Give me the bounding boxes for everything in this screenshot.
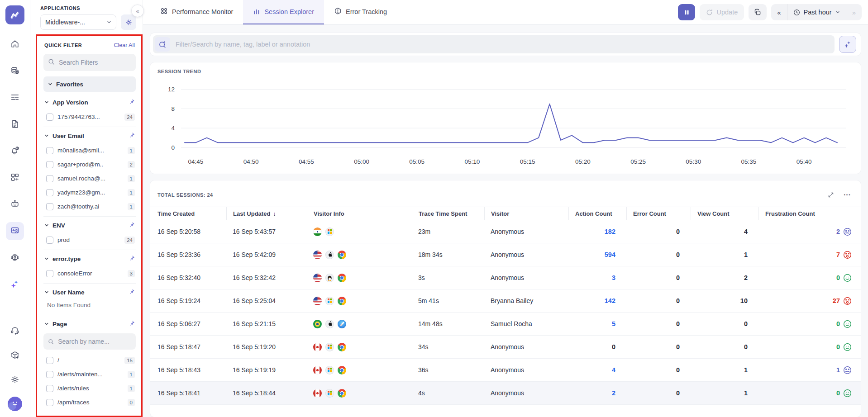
pin-icon[interactable]	[129, 132, 135, 139]
table-row[interactable]: 16 Sep 5:23:3616 Sep 5:42:0918m 34sAnony…	[150, 243, 861, 266]
filter-item[interactable]: /alerts/mainten...1	[43, 367, 136, 381]
checkbox[interactable]	[46, 385, 53, 392]
pin-icon[interactable]	[129, 99, 135, 106]
table-row[interactable]: 16 Sep 5:18:4116 Sep 5:18:444sAnonymous2…	[150, 382, 861, 405]
expand-table-button[interactable]	[825, 189, 837, 201]
rail-item-processor[interactable]	[6, 249, 24, 267]
pin-icon[interactable]	[129, 320, 135, 327]
cell-action-count[interactable]: 4	[568, 366, 626, 374]
pin-icon[interactable]	[129, 255, 135, 262]
application-settings-button[interactable]	[121, 14, 136, 30]
pin-icon[interactable]	[129, 289, 135, 296]
ai-sparkles-button[interactable]	[839, 36, 856, 53]
filter-group-header-env[interactable]: ENV	[43, 218, 136, 233]
tab-session-explorer[interactable]: Session Explorer	[243, 0, 324, 24]
filter-item-count: 1	[128, 385, 135, 392]
table-row[interactable]: 16 Sep 5:18:4316 Sep 5:19:1936sAnonymous…	[150, 359, 861, 382]
filter-item[interactable]: consoleError3	[43, 266, 136, 280]
rail-item-alerts[interactable]	[6, 142, 24, 160]
rail-item-logs[interactable]	[6, 89, 24, 107]
no-items-text: No Items Found	[43, 300, 136, 312]
sort-desc-icon[interactable]: ↓	[273, 210, 276, 217]
sidebar-collapse-button[interactable]: «	[131, 5, 144, 17]
search-filters-input[interactable]	[59, 59, 131, 66]
column-header-frustration-count[interactable]: Frustration Count	[758, 207, 861, 220]
checkbox[interactable]	[46, 161, 53, 168]
column-header-trace-time-spent[interactable]: Trace Time Spent	[412, 207, 484, 220]
rail-item-user-avatar[interactable]	[6, 395, 24, 413]
rail-item-bot[interactable]	[6, 195, 24, 213]
table-row[interactable]: 16 Sep 5:18:4716 Sep 5:19:2034sAnonymous…	[150, 336, 861, 359]
table-row[interactable]: 16 Sep 5:20:5816 Sep 5:43:5723mAnonymous…	[150, 220, 861, 243]
tab-performance-monitor[interactable]: Performance Monitor	[150, 0, 243, 24]
pause-button[interactable]	[678, 4, 695, 20]
middleware-logo[interactable]	[5, 5, 24, 24]
checkbox[interactable]	[46, 114, 53, 121]
rail-item-rum[interactable]	[6, 222, 24, 240]
table-row[interactable]: 16 Sep 5:19:2416 Sep 5:25:045m 41sBryann…	[150, 289, 861, 313]
filter-item[interactable]: 17579442763...24	[43, 110, 136, 124]
application-select[interactable]: Middleware-...	[40, 14, 116, 30]
clear-all-link[interactable]: Clear All	[114, 42, 135, 48]
checkbox[interactable]	[46, 175, 53, 182]
session-trend-chart[interactable]: 0481204:4504:5004:5505:0005:0505:1005:15…	[157, 77, 854, 171]
cell-action-count[interactable]: 182	[568, 228, 626, 235]
cell-action-count[interactable]: 142	[568, 297, 626, 304]
cell-action-count[interactable]: 594	[568, 251, 626, 258]
cell-action-count[interactable]: 0	[568, 343, 626, 351]
favorites-section[interactable]: Favorites	[43, 76, 136, 92]
filter-group-header-page[interactable]: Page	[43, 316, 136, 332]
filter-item[interactable]: /alerts/rules1	[43, 381, 136, 395]
filter-item[interactable]: prod24	[43, 233, 136, 247]
tab-error-tracking[interactable]: Error Tracking	[324, 0, 397, 24]
table-row[interactable]: 16 Sep 5:06:2716 Sep 5:21:1514m 48sSamue…	[150, 313, 861, 336]
rail-item-integrations[interactable]	[6, 346, 24, 365]
rail-item-reports[interactable]	[6, 115, 24, 133]
update-button[interactable]: Update	[700, 4, 744, 20]
search-by-name-input[interactable]	[58, 338, 131, 345]
checkbox[interactable]	[46, 371, 53, 378]
rail-item-ai-sparkle[interactable]	[6, 275, 24, 294]
cell-action-count[interactable]: 5	[568, 320, 626, 327]
rail-item-dashboard-builder[interactable]	[6, 169, 24, 187]
column-header-time-created[interactable]: Time Created	[150, 207, 226, 220]
filter-item[interactable]: samuel.rocha@...1	[43, 171, 136, 185]
column-header-view-count[interactable]: View Count	[691, 207, 758, 220]
checkbox[interactable]	[46, 203, 53, 210]
rail-item-settings[interactable]	[6, 371, 24, 389]
checkbox[interactable]	[46, 399, 53, 406]
checkbox[interactable]	[46, 237, 53, 244]
column-header-last-updated[interactable]: Last Updated ↓	[226, 207, 307, 220]
filter-item[interactable]: m0nalisa@smil...1	[43, 143, 136, 157]
filter-group-header-error-type[interactable]: error.type	[43, 251, 136, 266]
filter-item[interactable]: zach@toothy.ai1	[43, 199, 136, 213]
time-range-back-button[interactable]: «	[771, 4, 787, 20]
filter-group-header-app-version[interactable]: App Version	[43, 95, 136, 110]
filter-item[interactable]: sagar+prod@m..2	[43, 157, 136, 171]
session-search-input[interactable]	[171, 41, 833, 48]
checkbox[interactable]	[46, 357, 53, 364]
pin-icon[interactable]	[129, 222, 135, 229]
rail-item-infrastructure[interactable]	[6, 62, 24, 80]
checkbox[interactable]	[46, 270, 53, 277]
column-header-action-count[interactable]: Action Count	[568, 207, 626, 220]
filter-group-header-user-email[interactable]: User Email	[43, 128, 136, 143]
column-header-visitor-info[interactable]: Visitor Info	[307, 207, 412, 220]
table-row[interactable]: 16 Sep 5:32:4016 Sep 5:32:423sAnonymous3…	[150, 266, 861, 289]
copy-button[interactable]	[749, 4, 767, 20]
cell-action-count[interactable]: 3	[568, 274, 626, 281]
column-header-error-count[interactable]: Error Count	[626, 207, 691, 220]
rail-item-home[interactable]	[6, 35, 24, 53]
column-header-visitor[interactable]: Visitor	[484, 207, 568, 220]
table-more-button[interactable]: ···	[841, 189, 854, 201]
rail-item-support[interactable]	[6, 322, 24, 340]
time-range-forward-button[interactable]: »	[846, 4, 862, 20]
filter-item[interactable]: /apm/traces0	[43, 395, 136, 409]
filter-group-header-user-name[interactable]: User Name	[43, 284, 136, 300]
filter-item[interactable]: yadymz23@gm...1	[43, 185, 136, 199]
time-range-select[interactable]: Past hour	[787, 4, 846, 20]
checkbox[interactable]	[46, 189, 53, 196]
cell-action-count[interactable]: 2	[568, 389, 626, 397]
checkbox[interactable]	[46, 147, 53, 154]
filter-item[interactable]: /15	[43, 353, 136, 367]
